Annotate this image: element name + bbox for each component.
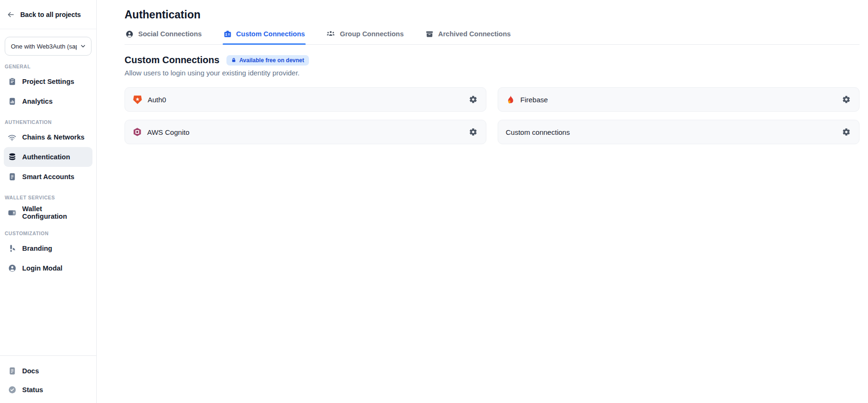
clipboard-icon xyxy=(8,77,17,86)
gear-icon xyxy=(842,128,851,136)
card-custom-connections: Custom connections xyxy=(498,120,860,144)
analytics-doc-icon xyxy=(8,97,17,106)
badge-label: Available free on devnet xyxy=(239,57,304,64)
sidebar-item-label: Project Settings xyxy=(22,78,74,85)
custom-connections-settings-button[interactable] xyxy=(841,127,851,137)
check-circle-icon xyxy=(8,386,17,394)
chevron-down-icon xyxy=(80,43,86,49)
page-title: Authentication xyxy=(125,8,860,21)
sidebar-item-smart-accounts[interactable]: Smart Accounts xyxy=(4,167,92,187)
file-icon xyxy=(8,173,17,181)
sidebar-item-chains-networks[interactable]: Chains & Networks xyxy=(4,127,92,147)
sidebar-item-docs[interactable]: Docs xyxy=(4,362,92,380)
connection-cards: Auth0 Firebase xyxy=(125,87,860,144)
card-label: Custom connections xyxy=(506,128,570,136)
section-label-wallet-services: WALLET SERVICES xyxy=(5,195,92,200)
tab-label: Social Connections xyxy=(138,30,202,38)
archive-box-icon xyxy=(426,30,434,38)
database-icon xyxy=(8,153,17,161)
card-aws-cognito: AWS Cognito xyxy=(125,120,486,144)
tab-group-connections[interactable]: Group Connections xyxy=(326,30,404,44)
section-label-customization: CUSTOMIZATION xyxy=(5,230,92,236)
app-root: Back to all projects One with Web3Auth (… xyxy=(0,0,868,403)
tab-custom-connections[interactable]: Custom Connections xyxy=(223,30,306,44)
card-firebase: Firebase xyxy=(498,87,860,112)
sidebar-item-wallet-configuration[interactable]: Wallet Configuration xyxy=(4,203,92,222)
wifi-icon xyxy=(8,133,17,142)
sidebar-footer: Docs Status xyxy=(0,355,96,403)
sidebar-item-login-modal[interactable]: Login Modal xyxy=(4,258,92,278)
section-label-general: GENERAL xyxy=(5,64,92,69)
gear-icon xyxy=(469,128,477,136)
aws-cognito-settings-button[interactable] xyxy=(468,127,478,137)
sidebar: Back to all projects One with Web3Auth (… xyxy=(0,0,97,403)
sidebar-item-branding[interactable]: Branding xyxy=(4,239,92,258)
users-group-icon xyxy=(326,30,335,38)
firebase-settings-button[interactable] xyxy=(841,94,851,105)
sidebar-item-label: Smart Accounts xyxy=(22,173,75,181)
gear-icon xyxy=(469,95,477,104)
auth0-settings-button[interactable] xyxy=(468,94,478,105)
back-label: Back to all projects xyxy=(20,11,81,18)
tab-label: Archived Connections xyxy=(438,30,511,38)
lock-icon xyxy=(231,58,236,63)
user-circle-icon xyxy=(8,264,17,272)
project-selector-value: One with Web3Auth (sap xyxy=(11,43,77,50)
section-heading: Custom Connections xyxy=(125,55,219,66)
sidebar-item-analytics[interactable]: Analytics xyxy=(4,91,92,111)
sidebar-item-project-settings[interactable]: Project Settings xyxy=(4,72,92,91)
project-selector[interactable]: One with Web3Auth (sap xyxy=(5,37,92,56)
sidebar-item-label: Status xyxy=(22,386,43,394)
wallet-icon xyxy=(8,208,17,217)
back-to-projects-link[interactable]: Back to all projects xyxy=(0,0,96,29)
section-header: Custom Connections Available free on dev… xyxy=(125,55,860,66)
sidebar-item-label: Wallet Configuration xyxy=(22,205,88,220)
aws-cognito-icon xyxy=(133,127,142,137)
sidebar-item-label: Chains & Networks xyxy=(22,133,84,141)
sidebar-item-label: Authentication xyxy=(22,153,70,161)
tab-social-connections[interactable]: Social Connections xyxy=(125,30,203,44)
card-auth0: Auth0 xyxy=(125,87,486,112)
paintbrush-icon xyxy=(8,244,17,253)
card-label: Auth0 xyxy=(148,96,166,104)
card-label: Firebase xyxy=(520,96,548,104)
tab-bar: Social Connections Custom Connections xyxy=(125,30,860,45)
user-circle-icon xyxy=(125,30,134,38)
tab-label: Group Connections xyxy=(340,30,403,38)
sidebar-item-label: Login Modal xyxy=(22,264,62,272)
gear-icon xyxy=(842,95,851,104)
sidebar-item-label: Analytics xyxy=(22,98,52,105)
main-content: Authentication Social Connections xyxy=(97,0,868,403)
tab-archived-connections[interactable]: Archived Connections xyxy=(425,30,512,44)
section-description: Allow users to login using your existing… xyxy=(125,69,860,77)
card-label: AWS Cognito xyxy=(147,128,189,136)
sidebar-item-status[interactable]: Status xyxy=(4,380,92,399)
firebase-icon xyxy=(506,95,515,104)
tab-label: Custom Connections xyxy=(236,30,305,38)
devnet-badge: Available free on devnet xyxy=(226,55,309,66)
auth0-icon xyxy=(133,95,142,105)
id-badge-icon xyxy=(224,30,232,38)
sidebar-nav: GENERAL Project Settings xyxy=(0,56,96,355)
sidebar-item-authentication[interactable]: Authentication xyxy=(4,147,92,167)
section-label-authentication: AUTHENTICATION xyxy=(5,119,92,125)
document-icon xyxy=(8,367,17,375)
sidebar-item-label: Branding xyxy=(22,245,52,252)
arrow-left-icon xyxy=(7,10,15,19)
sidebar-item-label: Docs xyxy=(22,367,39,375)
